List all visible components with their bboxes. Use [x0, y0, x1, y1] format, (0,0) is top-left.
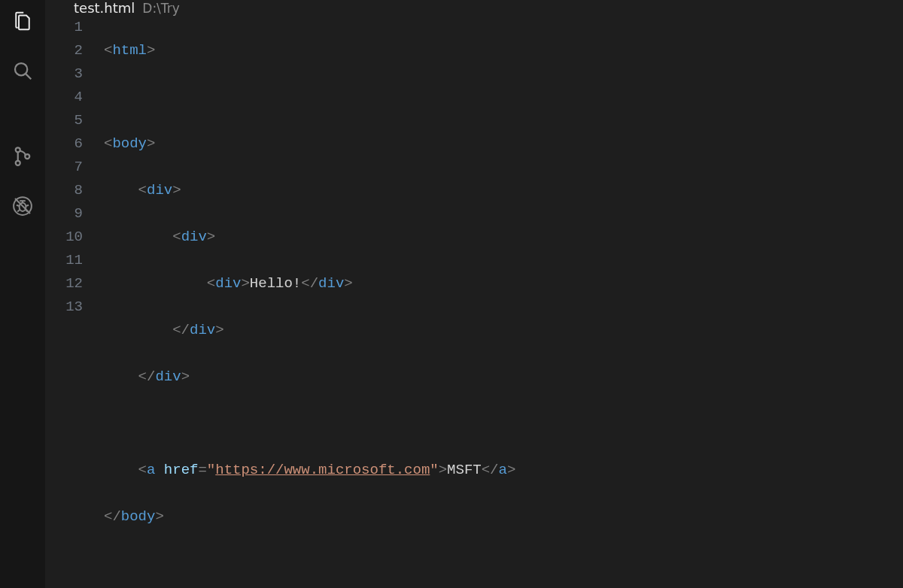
line-number: 9 — [45, 202, 83, 226]
line-number: 7 — [45, 156, 83, 179]
code-content[interactable]: <html> <body> <div> <div> <div>Hello!</d… — [104, 16, 903, 588]
explorer-icon[interactable] — [9, 8, 36, 35]
svg-point-0 — [15, 63, 27, 75]
line-number: 13 — [45, 296, 83, 319]
activity-bar — [0, 0, 45, 588]
line-number: 6 — [45, 132, 83, 156]
search-icon[interactable] — [9, 57, 36, 84]
line-number: 10 — [45, 226, 83, 249]
editor-body[interactable]: 1 2 3 4 5 6 7 8 9 10 11 12 13 <html> <bo… — [45, 16, 903, 588]
line-number: 8 — [45, 179, 83, 202]
line-gutter: 1 2 3 4 5 6 7 8 9 10 11 12 13 — [45, 16, 104, 588]
line-number: 12 — [45, 272, 83, 296]
svg-line-11 — [17, 210, 20, 212]
svg-line-1 — [26, 74, 31, 79]
file-name: test.html — [74, 0, 135, 16]
tab-header[interactable]: test.html D:\Try — [45, 0, 903, 16]
line-number: 3 — [45, 62, 83, 86]
svg-line-9 — [17, 205, 20, 206]
svg-line-10 — [26, 205, 29, 206]
source-control-icon[interactable] — [9, 143, 36, 170]
svg-point-3 — [16, 161, 20, 165]
line-number: 11 — [45, 249, 83, 272]
svg-point-2 — [16, 147, 20, 152]
line-number: 4 — [45, 86, 83, 109]
line-number: 1 — [45, 16, 83, 39]
line-number: 2 — [45, 39, 83, 62]
debug-icon[interactable] — [9, 192, 36, 220]
file-path: D:\Try — [142, 1, 179, 16]
editor-region: test.html D:\Try 1 2 3 4 5 6 7 8 9 10 11… — [45, 0, 903, 588]
line-number: 5 — [45, 109, 83, 132]
